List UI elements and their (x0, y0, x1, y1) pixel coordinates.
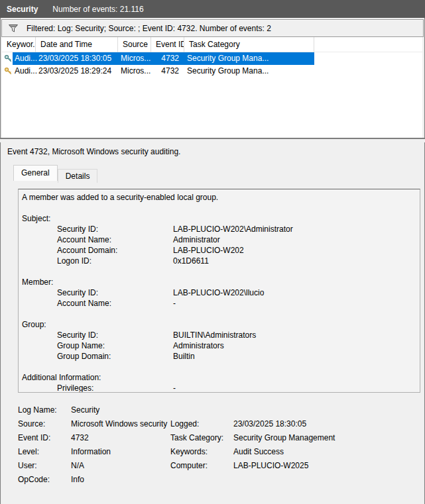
field-row: Security ID:LAB-PLUCIO-W202\Administrato… (19, 224, 420, 234)
tab-general[interactable]: General (13, 165, 58, 181)
meta-row-level-keywords: Level: Information Keywords: Audit Succe… (2, 445, 422, 459)
field-row: Account Name:- (19, 298, 420, 309)
field-value: LAB-PLUCIO-W202\Administrator (173, 225, 293, 234)
event-list-header: Keywor... Date and Time Source Event ID … (2, 37, 422, 52)
column-header-event-id[interactable]: Event ID (151, 37, 184, 52)
audit-key-icon (4, 54, 13, 63)
field-value: LAB-PLUCIO-W202 (173, 246, 244, 255)
preview-tabs: GeneralDetails (13, 165, 97, 181)
log-name-title: Security (7, 5, 38, 14)
column-header-task-category[interactable]: Task Category (184, 37, 314, 52)
meta-row-log-name: Log Name: Security (2, 403, 422, 417)
meta-label: Computer: (170, 459, 208, 473)
filter-status-bar: Filtered: Log: Security; Source: ; Event… (1, 19, 424, 37)
events-count-label: Number of events: 21.116 (52, 5, 143, 14)
log-title-bar: Security Number of events: 21.116 (0, 0, 425, 18)
meta-value: 4732 (71, 431, 89, 445)
field-row: Privileges:- (19, 383, 420, 393)
table-row[interactable]: Audi... 23/03/2025 18:29:24 Micros... 47… (2, 65, 422, 77)
meta-value: N/A (71, 459, 84, 473)
meta-value: Security Group Management (233, 431, 335, 445)
meta-row-opcode: OpCode: Info (2, 473, 422, 487)
meta-label: User: (18, 459, 37, 473)
cell-keywords: Audi... (15, 65, 37, 77)
event-metadata-grid: Log Name: Security Source: Microsoft Win… (2, 403, 422, 487)
meta-label: Source: (18, 417, 45, 431)
field-value: 0x1D6611 (173, 256, 209, 266)
column-header-date-time[interactable]: Date and Time (36, 37, 118, 52)
meta-value: Information (71, 445, 111, 459)
event-description-summary: A member was added to a security-enabled… (19, 192, 420, 203)
meta-row-source-logged: Source: Microsoft Windows security Logge… (2, 417, 422, 431)
column-header-source[interactable]: Source (118, 37, 151, 52)
meta-label: OpCode: (18, 473, 50, 487)
field-row: Group Domain:Builtin (19, 351, 420, 362)
field-value: LAB-PLUCIO-W202\llucio (173, 288, 264, 297)
table-row[interactable]: Audi... 23/03/2025 18:30:05 Micros... 47… (2, 52, 422, 65)
field-value: - (173, 299, 176, 308)
meta-value: Security (71, 403, 99, 417)
event-preview-pane: Event 4732, Microsoft Windows security a… (2, 142, 422, 504)
section-title-group: Group: (19, 319, 420, 330)
cell-date-time: 23/03/2025 18:30:05 (38, 52, 111, 65)
meta-label: Keywords: (170, 445, 208, 459)
field-row: Logon ID:0x1D6611 (19, 256, 420, 266)
meta-label: Level: (18, 445, 39, 459)
field-value: Administrators (173, 341, 224, 350)
meta-row-eventid-taskcategory: Event ID: 4732 Task Category: Security G… (2, 431, 422, 445)
meta-value: LAB-PLUCIO-W2025 (233, 459, 308, 473)
field-row: Security ID:BUILTIN\Administrators (19, 330, 420, 340)
meta-row-user-computer: User: N/A Computer: LAB-PLUCIO-W2025 (2, 459, 422, 473)
field-row: Account Domain:LAB-PLUCIO-W202 (19, 245, 420, 256)
cell-task-category: Security Group Mana... (187, 65, 269, 77)
cell-event-id: 4732 (139, 65, 179, 77)
meta-value: Audit Success (233, 445, 284, 459)
cell-keywords: Audi... (15, 52, 37, 65)
field-value: Administrator (173, 235, 220, 244)
event-preview-title: Event 4732, Microsoft Windows security a… (7, 147, 180, 156)
field-row: Group Name:Administrators (19, 340, 420, 351)
field-row: Account Name:Administrator (19, 234, 420, 245)
section-title-member: Member: (19, 277, 420, 287)
filter-funnel-icon (8, 24, 19, 33)
meta-label: Log Name: (18, 403, 57, 417)
event-list: Keywor... Date and Time Source Event ID … (2, 37, 422, 138)
audit-key-icon (4, 67, 13, 76)
meta-value: Microsoft Windows security (71, 417, 167, 431)
filter-status-text: Filtered: Log: Security; Source: ; Event… (27, 24, 271, 33)
event-description-box[interactable]: A member was added to a security-enabled… (18, 189, 420, 393)
meta-label: Event ID: (18, 431, 50, 445)
meta-label: Task Category: (170, 431, 223, 445)
meta-value: 23/03/2025 18:30:05 (233, 417, 306, 431)
section-title-additional-information: Additional Information: (19, 372, 420, 383)
cell-date-time: 23/03/2025 18:29:24 (38, 65, 111, 77)
cell-event-id: 4732 (139, 52, 179, 65)
pane-splitter[interactable] (0, 138, 425, 142)
meta-label: Logged: (170, 417, 199, 431)
field-row: Security ID:LAB-PLUCIO-W202\llucio (19, 287, 420, 298)
column-header-keywords[interactable]: Keywor... (2, 37, 36, 52)
tab-details[interactable]: Details (58, 169, 98, 183)
field-value: - (173, 383, 176, 393)
section-title-subject: Subject: (19, 213, 420, 224)
field-value: BUILTIN\Administrators (173, 330, 256, 340)
meta-value: Info (71, 473, 84, 487)
field-value: Builtin (173, 352, 195, 361)
cell-task-category: Security Group Mana... (187, 52, 269, 65)
